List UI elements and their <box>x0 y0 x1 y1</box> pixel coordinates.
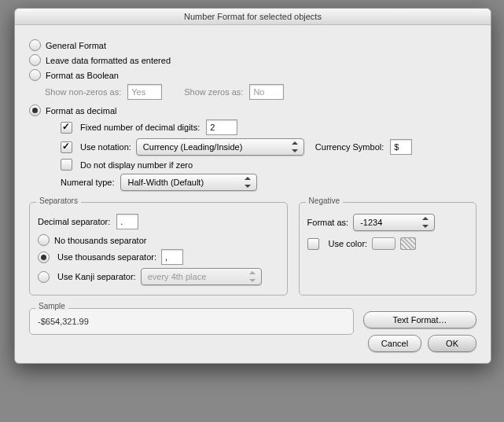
numeral-type-label: Numeral type: <box>61 178 114 187</box>
sample-group: Sample -$654,321.99 <box>29 308 354 335</box>
show-nonzeros-input[interactable] <box>127 84 162 100</box>
radio-icon <box>29 39 41 51</box>
negative-color-row: Use color: <box>307 237 468 250</box>
number-format-dialog: Number Format for selected objects Gener… <box>14 8 491 364</box>
option-label: Leave data formatted as entered <box>46 56 171 65</box>
kanji-value: every 4th place <box>148 272 207 281</box>
show-zeros-input[interactable] <box>249 84 284 100</box>
fixed-digits-row: Fixed number of decimal digits: <box>61 119 476 135</box>
show-zeros-label: Show zeros as: <box>184 87 243 97</box>
boolean-subrow: Show non-zeros as: Show zeros as: <box>45 84 476 100</box>
radio-icon <box>29 54 41 66</box>
radio-icon <box>38 271 50 283</box>
decimal-separator-row: Decimal separator: <box>38 214 279 229</box>
negative-format-value: -1234 <box>360 218 382 227</box>
numeral-type-row: Numeral type: Half-Width (Default) <box>61 174 476 191</box>
radio-icon <box>38 251 50 263</box>
updown-icon <box>247 270 258 283</box>
option-label: General Format <box>46 41 106 50</box>
no-display-zero-label: Do not display number if zero <box>80 160 193 170</box>
no-thousands-label: No thousands separator <box>54 236 146 245</box>
numeral-type-select[interactable]: Half-Width (Default) <box>120 174 257 191</box>
sample-value: -$654,321.99 <box>38 317 89 326</box>
notation-value: Currency (Leading/Inside) <box>143 142 243 152</box>
window-title: Number Format for selected objects <box>184 12 322 21</box>
radio-icon <box>38 234 50 246</box>
negative-group: Negative Format as: -1234 Use color: <box>299 202 476 295</box>
currency-symbol-label: Currency Symbol: <box>315 142 384 152</box>
checkbox-use-color[interactable] <box>307 238 319 250</box>
radio-icon <box>29 105 41 116</box>
negative-format-select[interactable]: -1234 <box>353 214 435 231</box>
use-thousands-label: Use thousands separator: <box>57 252 156 262</box>
kanji-select[interactable]: every 4th place <box>141 268 262 285</box>
option-label: Format as Boolean <box>46 71 119 80</box>
checkbox-use-notation[interactable] <box>61 141 72 153</box>
option-decimal[interactable]: Format as decimal <box>29 105 476 116</box>
separators-group: Separators Decimal separator: No thousan… <box>29 202 288 295</box>
color-swatch-preview <box>400 237 416 250</box>
radio-icon <box>29 69 41 81</box>
titlebar: Number Format for selected objects <box>15 9 491 25</box>
updown-icon <box>242 176 253 189</box>
checkbox-fixed-digits[interactable] <box>61 122 72 134</box>
option-use-thousands[interactable]: Use thousands separator: <box>38 249 279 265</box>
text-format-button[interactable]: Text Format… <box>363 311 476 328</box>
ok-button[interactable]: OK <box>428 335 476 352</box>
use-notation-label: Use notation: <box>80 142 131 152</box>
color-swatch-button[interactable] <box>372 237 395 250</box>
thousands-sep-input[interactable] <box>161 249 183 265</box>
no-display-zero-row: Do not display number if zero <box>61 159 476 171</box>
button-label: Cancel <box>381 339 408 348</box>
use-color-label: Use color: <box>329 239 368 248</box>
kanji-label: Use Kanji separator: <box>57 272 136 281</box>
notation-select[interactable]: Currency (Leading/Inside) <box>136 138 304 156</box>
updown-icon <box>289 141 300 153</box>
negative-format-row: Format as: -1234 <box>307 214 468 231</box>
content-area: General Format Leave data formatted as e… <box>15 25 491 363</box>
numeral-type-value: Half-Width (Default) <box>127 178 204 187</box>
negative-format-label: Format as: <box>307 218 349 227</box>
sample-box: -$654,321.99 <box>29 308 354 335</box>
option-label: Format as decimal <box>46 106 116 116</box>
show-nonzeros-label: Show non-zeros as: <box>45 87 121 97</box>
negative-legend: Negative <box>306 196 343 205</box>
currency-symbol-input[interactable] <box>390 139 412 155</box>
button-label: OK <box>446 339 458 348</box>
use-notation-row: Use notation: Currency (Leading/Inside) … <box>61 138 476 156</box>
option-as-entered[interactable]: Leave data formatted as entered <box>29 54 476 66</box>
decimal-sep-label: Decimal separator: <box>38 217 110 226</box>
decimal-sep-input[interactable] <box>116 214 138 229</box>
button-label: Text Format… <box>392 315 447 325</box>
sample-legend: Sample <box>35 302 68 310</box>
cancel-button[interactable]: Cancel <box>368 335 421 352</box>
option-general-format[interactable]: General Format <box>29 39 476 51</box>
fixed-digits-label: Fixed number of decimal digits: <box>80 123 200 132</box>
checkbox-no-display-zero[interactable] <box>61 159 72 171</box>
fixed-digits-input[interactable] <box>206 119 237 135</box>
separators-legend: Separators <box>36 196 81 205</box>
option-boolean[interactable]: Format as Boolean <box>29 69 476 81</box>
updown-icon <box>420 216 431 229</box>
option-kanji[interactable]: Use Kanji separator: every 4th place <box>38 268 279 285</box>
option-no-thousands[interactable]: No thousands separator <box>38 234 279 246</box>
